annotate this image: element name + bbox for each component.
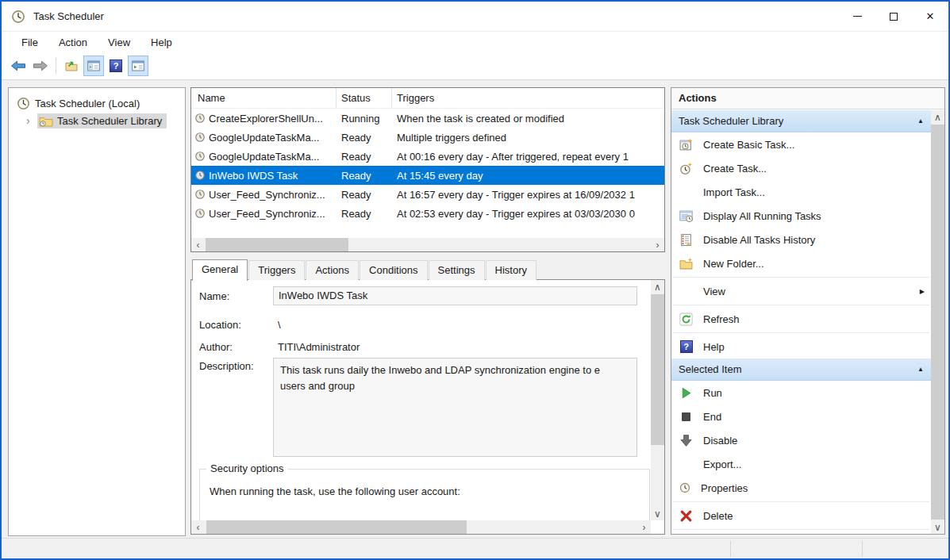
actions-vertical-scrollbar[interactable]: ∧ ∨ xyxy=(931,110,944,534)
column-header-triggers[interactable]: Triggers xyxy=(392,88,664,108)
security-options-text: When running the task, use the following… xyxy=(210,485,646,497)
description-line2: users and group xyxy=(280,378,630,394)
actions-pane-body: Task Scheduler Library ▲ Create Basic Ta… xyxy=(671,110,931,534)
tab-general[interactable]: General xyxy=(192,259,248,281)
scrollbar-thumb[interactable] xyxy=(651,294,664,445)
task-triggers: Multiple triggers defined xyxy=(392,128,664,147)
collapse-up-icon[interactable]: ▲ xyxy=(917,117,924,125)
action-display-all-running-tasks[interactable]: Display All Running Tasks xyxy=(671,204,931,228)
divider xyxy=(673,501,929,502)
table-row[interactable]: User_Feed_Synchroniz... Ready At 02:53 e… xyxy=(191,204,664,223)
action-create-basic-task[interactable]: Create Basic Task... xyxy=(671,132,931,156)
tree-item-task-scheduler-library[interactable]: › Task Scheduler Library xyxy=(9,112,185,129)
author-value: TITI\Administrator xyxy=(278,341,360,353)
task-list-header: Name Status Triggers xyxy=(191,88,664,109)
no-icon xyxy=(679,186,693,199)
scrollbar-thumb[interactable] xyxy=(206,238,348,251)
action-help-selected[interactable]: Help xyxy=(671,531,931,534)
description-field[interactable]: This task runs daily the Inwebo and LDAP… xyxy=(273,358,637,457)
section-header-task-scheduler-library[interactable]: Task Scheduler Library ▲ xyxy=(671,110,931,132)
section-header-label: Task Scheduler Library xyxy=(679,115,783,127)
table-row-selected[interactable]: InWebo IWDS Task Ready At 15:45 every da… xyxy=(191,166,664,185)
table-row[interactable]: CreateExplorerShellUn... Running When th… xyxy=(191,109,664,128)
folder-clock-icon xyxy=(39,115,53,127)
task-status: Running xyxy=(337,109,392,128)
back-arrow-icon xyxy=(10,60,26,71)
action-export[interactable]: Export... xyxy=(671,452,931,476)
section-header-label: Selected Item xyxy=(679,363,742,375)
action-create-task[interactable]: Create Task... xyxy=(671,156,931,180)
scroll-up-icon[interactable]: ∧ xyxy=(931,110,944,124)
action-import-task[interactable]: Import Task... xyxy=(671,180,931,204)
collapse-up-icon[interactable]: ▲ xyxy=(917,366,924,373)
help-button[interactable] xyxy=(106,56,126,76)
close-button[interactable]: ✕ xyxy=(912,2,948,31)
action-help[interactable]: Help xyxy=(671,335,931,359)
menu-help[interactable]: Help xyxy=(144,34,179,51)
task-name: User_Feed_Synchroniz... xyxy=(209,189,325,201)
scroll-left-icon[interactable]: ‹ xyxy=(191,520,205,534)
status-bar xyxy=(2,538,948,559)
action-delete[interactable]: Delete xyxy=(671,504,931,527)
details-vertical-scrollbar[interactable]: ∧ ∨ xyxy=(651,280,664,520)
disable-history-icon xyxy=(679,233,693,247)
details-tab-bar: General Triggers Actions Conditions Sett… xyxy=(190,259,665,280)
scroll-left-icon[interactable]: ‹ xyxy=(191,238,205,251)
menu-view[interactable]: View xyxy=(101,34,137,51)
action-new-folder[interactable]: New Folder... xyxy=(671,251,931,275)
name-field[interactable]: InWebo IWDS Task xyxy=(273,286,637,305)
export-list-button[interactable] xyxy=(61,56,82,76)
menu-action[interactable]: Action xyxy=(52,34,94,51)
tab-history[interactable]: History xyxy=(486,260,537,280)
author-label: Author: xyxy=(199,341,233,353)
forward-button[interactable] xyxy=(30,56,51,76)
table-row[interactable]: User_Feed_Synchroniz... Ready At 16:57 e… xyxy=(191,185,664,204)
action-label: Run xyxy=(703,387,722,399)
task-triggers: At 15:45 every day xyxy=(392,166,664,185)
action-disable[interactable]: Disable xyxy=(671,428,931,452)
run-icon xyxy=(679,386,693,400)
action-run[interactable]: Run xyxy=(671,381,931,405)
scroll-right-icon[interactable]: › xyxy=(651,238,664,251)
tab-actions[interactable]: Actions xyxy=(306,260,359,280)
no-icon xyxy=(679,285,693,298)
console-tree-button[interactable] xyxy=(83,56,104,76)
action-refresh[interactable]: Refresh xyxy=(671,307,931,331)
tab-settings[interactable]: Settings xyxy=(429,260,485,280)
scroll-down-icon[interactable]: ∨ xyxy=(651,507,664,520)
divider xyxy=(673,332,929,333)
menu-file[interactable]: File xyxy=(14,34,45,51)
minimize-button[interactable] xyxy=(839,2,875,31)
task-status: Ready xyxy=(337,147,392,166)
table-row[interactable]: GoogleUpdateTaskMa... Ready At 00:16 eve… xyxy=(191,147,664,166)
create-task-icon xyxy=(679,162,693,175)
scroll-right-icon[interactable]: › xyxy=(637,520,651,534)
column-header-status[interactable]: Status xyxy=(337,88,392,108)
chevron-right-icon[interactable]: › xyxy=(26,114,36,127)
action-pane-button[interactable] xyxy=(128,56,148,76)
action-properties[interactable]: Properties xyxy=(671,476,931,500)
details-horizontal-scrollbar[interactable]: ‹ › xyxy=(191,520,651,534)
scroll-up-icon[interactable]: ∧ xyxy=(651,280,664,293)
back-button[interactable] xyxy=(8,56,29,76)
task-list-horizontal-scrollbar[interactable]: ‹ › xyxy=(191,238,664,251)
action-view[interactable]: View ▶ xyxy=(671,279,931,303)
action-label: End xyxy=(703,411,721,423)
scrollbar-thumb[interactable] xyxy=(206,520,467,534)
tab-conditions[interactable]: Conditions xyxy=(360,260,427,280)
task-details-panel: General Triggers Actions Conditions Sett… xyxy=(190,259,665,535)
column-header-name[interactable]: Name xyxy=(191,88,337,108)
tree-library-selection[interactable]: Task Scheduler Library xyxy=(37,113,167,128)
disable-icon xyxy=(679,434,693,447)
action-disable-all-tasks-history[interactable]: Disable All Tasks History xyxy=(671,228,931,251)
scrollbar-thumb[interactable] xyxy=(931,125,944,520)
section-header-selected-item[interactable]: Selected Item ▲ xyxy=(671,359,931,381)
display-running-tasks-icon xyxy=(679,209,693,223)
table-row[interactable]: GoogleUpdateTaskMa... Ready Multiple tri… xyxy=(191,128,664,147)
tree-item-task-scheduler-local[interactable]: Task Scheduler (Local) xyxy=(9,94,185,112)
maximize-button[interactable] xyxy=(875,2,912,31)
window-title: Task Scheduler xyxy=(33,10,104,22)
scroll-down-icon[interactable]: ∨ xyxy=(931,520,944,534)
action-end[interactable]: End xyxy=(671,405,931,428)
tab-triggers[interactable]: Triggers xyxy=(248,260,305,280)
